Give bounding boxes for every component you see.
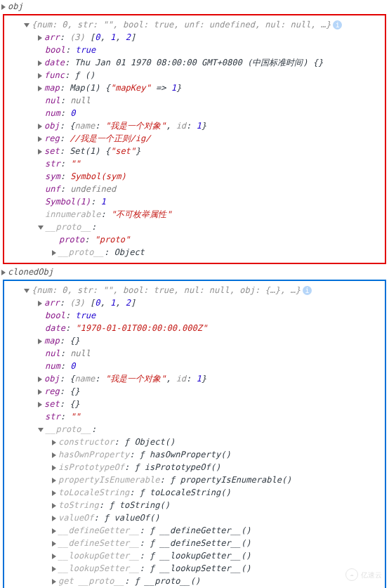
chevron-right-icon xyxy=(1,270,6,275)
cprop-str[interactable]: str: "" xyxy=(6,410,383,423)
obj-header-row[interactable]: obj xyxy=(0,0,389,13)
chevron-down-icon xyxy=(24,289,29,293)
chevron-right-icon xyxy=(38,73,42,79)
cprop-arr[interactable]: arr: (3) [0, 1, 2] xyxy=(6,296,383,309)
chevron-right-icon xyxy=(1,4,6,10)
chevron-down-icon xyxy=(38,226,44,230)
cprop-nul[interactable]: nul: null xyxy=(6,347,383,360)
clonedObj-header: clonedObj xyxy=(8,267,53,277)
cprop-obj[interactable]: obj: {name: "我是一个对象", id: 1} xyxy=(6,372,383,385)
chevron-right-icon xyxy=(52,250,56,256)
prop-map[interactable]: map: Map(1) {"mapKey" => 1} xyxy=(6,81,383,94)
prop-proto[interactable]: __proto__: xyxy=(6,221,383,233)
proto-protoObject[interactable]: __proto__: Object xyxy=(6,246,383,259)
proto-defineGetter[interactable]: __defineGetter__: ƒ __defineGetter__() xyxy=(6,524,383,537)
proto-hasOwnProperty[interactable]: hasOwnProperty: ƒ hasOwnProperty() xyxy=(6,448,383,461)
chevron-right-icon xyxy=(52,440,56,445)
obj-header: obj xyxy=(8,1,23,11)
proto-valueOf[interactable]: valueOf: ƒ valueOf() xyxy=(6,511,383,524)
obj-summary-row[interactable]: {num: 0, str: "", bool: true, unf: undef… xyxy=(6,18,383,31)
prop-reg[interactable]: reg: //我是一个正则/ig/ xyxy=(6,132,383,145)
chevron-right-icon xyxy=(52,465,56,471)
chevron-right-icon xyxy=(38,377,42,382)
proto-lookupGetter[interactable]: __lookupGetter__: ƒ __lookupGetter__() xyxy=(6,549,383,562)
proto-proto[interactable]: proto: "proto" xyxy=(6,233,383,246)
chevron-right-icon xyxy=(38,149,42,155)
clonedObj-header-row[interactable]: clonedObj xyxy=(0,266,389,278)
cprop-num[interactable]: num: 0 xyxy=(6,360,383,372)
cprop-bool[interactable]: bool: true xyxy=(6,309,383,322)
cprop-reg[interactable]: reg: {} xyxy=(6,385,383,398)
chevron-right-icon xyxy=(38,124,42,129)
chevron-right-icon xyxy=(52,478,56,483)
info-icon[interactable]: i xyxy=(303,286,312,295)
cprop-set[interactable]: set: {} xyxy=(6,398,383,410)
proto-lookupSetter[interactable]: __lookupSetter__: ƒ __lookupSetter__() xyxy=(6,562,383,575)
chevron-right-icon xyxy=(38,402,42,407)
cprop-date[interactable]: date: "1970-01-01T00:00:00.000Z" xyxy=(6,322,383,334)
proto-defineSetter[interactable]: __defineSetter__: ƒ __defineSetter__() xyxy=(6,537,383,549)
proto-toLocaleString[interactable]: toLocaleString: ƒ toLocaleString() xyxy=(6,486,383,499)
proto-getProto[interactable]: get __proto__: ƒ __proto__() xyxy=(6,575,383,587)
chevron-right-icon xyxy=(38,86,42,91)
proto-constructor[interactable]: constructor: ƒ Object() xyxy=(6,436,383,448)
chevron-down-icon xyxy=(24,23,29,27)
prop-obj[interactable]: obj: {name: "我是一个对象", id: 1} xyxy=(6,119,383,132)
chevron-right-icon xyxy=(52,528,56,534)
prop-unf[interactable]: unf: undefined xyxy=(6,183,383,195)
cprop-map[interactable]: map: {} xyxy=(6,334,383,347)
info-icon[interactable]: i xyxy=(333,20,342,30)
chevron-right-icon xyxy=(38,301,42,306)
prop-symbol1[interactable]: Symbol(1): 1 xyxy=(6,195,383,208)
prop-str[interactable]: str: "" xyxy=(6,157,383,170)
prop-innumerable[interactable]: innumerable: "不可枚举属性" xyxy=(6,208,383,221)
chevron-right-icon xyxy=(52,516,56,521)
chevron-right-icon xyxy=(38,339,42,344)
chevron-right-icon xyxy=(52,554,56,559)
chevron-right-icon xyxy=(52,490,56,496)
chevron-right-icon xyxy=(38,389,42,395)
obj-summary: {num: 0, str: "", bool: true, unf: undef… xyxy=(32,20,331,30)
prop-bool[interactable]: bool: true xyxy=(6,44,383,56)
prop-date[interactable]: date: Thu Jan 01 1970 08:00:00 GMT+0800 … xyxy=(6,56,383,69)
chevron-right-icon xyxy=(38,136,42,142)
chevron-right-icon xyxy=(52,452,56,458)
chevron-right-icon xyxy=(52,503,56,509)
chevron-right-icon xyxy=(52,579,56,584)
chevron-right-icon xyxy=(38,35,42,41)
cprop-proto[interactable]: __proto__: xyxy=(6,423,383,436)
proto-isPrototypeOf[interactable]: isPrototypeOf: ƒ isPrototypeOf() xyxy=(6,461,383,473)
chevron-right-icon xyxy=(38,60,42,66)
cloud-icon: ☁ xyxy=(345,568,358,581)
chevron-down-icon xyxy=(38,428,44,432)
chevron-right-icon xyxy=(52,566,56,572)
watermark: ☁亿速云 xyxy=(345,568,382,581)
clonedObj-summary-row[interactable]: {num: 0, str: "", bool: true, nul: null,… xyxy=(6,284,383,296)
chevron-right-icon xyxy=(52,541,56,547)
prop-set[interactable]: set: Set(1) {"set"} xyxy=(6,145,383,157)
prop-arr[interactable]: arr: (3) [0, 1, 2] xyxy=(6,31,383,44)
prop-func[interactable]: func: ƒ () xyxy=(6,69,383,81)
prop-num[interactable]: num: 0 xyxy=(6,107,383,119)
proto-toString[interactable]: toString: ƒ toString() xyxy=(6,499,383,511)
obj-panel: {num: 0, str: "", bool: true, unf: undef… xyxy=(3,14,386,264)
clonedObj-summary: {num: 0, str: "", bool: true, nul: null,… xyxy=(32,285,301,295)
prop-sym[interactable]: sym: Symbol(sym) xyxy=(6,170,383,183)
clonedObj-panel: {num: 0, str: "", bool: true, nul: null,… xyxy=(3,280,386,588)
prop-nul[interactable]: nul: null xyxy=(6,94,383,107)
proto-propertyIsEnumerable[interactable]: propertyIsEnumerable: ƒ propertyIsEnumer… xyxy=(6,473,383,486)
